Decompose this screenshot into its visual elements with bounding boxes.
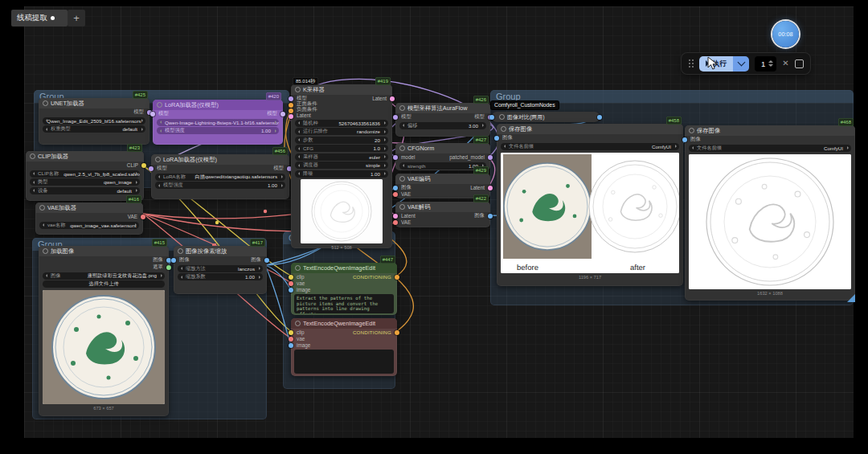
port-image-in[interactable]	[682, 137, 687, 142]
port-model-out[interactable]	[280, 112, 285, 117]
stop-button[interactable]	[795, 59, 804, 68]
collapse-icon[interactable]	[499, 114, 505, 120]
lineart-preview[interactable]	[689, 154, 851, 289]
combo-control-after-generate[interactable]: 运行后操作randomize	[295, 128, 388, 135]
node-vae-decode[interactable]: #422 VAE解码 Latent图像 VAE	[395, 202, 490, 227]
combo-clip-type[interactable]: 类型qwen_image	[30, 178, 140, 186]
collapse-icon[interactable]	[43, 248, 48, 254]
node-modelsampling-auraflow[interactable]: #426 模型采样算法AuraFlow 模型模型 偏移3.00	[395, 103, 490, 137]
node-vae-loader[interactable]: #416 VAE加载器 VAE vae名称qwen_image_vae.safe…	[35, 202, 143, 235]
node-header[interactable]: TextEncodeQwenImageEdit	[291, 318, 397, 329]
port-image-in[interactable]	[494, 136, 499, 141]
port-image-in[interactable]	[393, 186, 398, 190]
node-header[interactable]: 加载图像	[39, 246, 169, 256]
combo-image-file[interactable]: 图像康熙款绿彩云龙纹青花边盘.png	[43, 272, 165, 280]
node-header[interactable]: 模型采样算法AuraFlow	[395, 103, 490, 113]
combo-scheduler[interactable]: 调度器simple	[295, 162, 388, 169]
combo-device[interactable]: 设备default	[30, 187, 140, 194]
cancel-button[interactable]: ✕	[782, 59, 788, 67]
combo-lora-name[interactable]: LoRA名称白描qweneditxiangaotiqu.safetensors	[155, 174, 285, 181]
combo-sampler[interactable]: 采样器euler	[295, 153, 388, 161]
node-unet-loader[interactable]: #425 UNET加载器 模型 Qwen_Image_Edit_2509_bf1…	[39, 98, 149, 145]
port-patched-model-out[interactable]	[488, 155, 493, 160]
load-image-preview[interactable]	[43, 290, 165, 404]
port-vae-in[interactable]	[289, 281, 293, 286]
port-image-out[interactable]	[597, 115, 602, 120]
decrement-icon[interactable]	[768, 64, 773, 67]
combo-weight-dtype[interactable]: 权重类型default	[43, 125, 145, 133]
collapse-icon[interactable]	[399, 204, 405, 210]
ksampler-preview[interactable]	[301, 179, 383, 243]
text-filename-prefix[interactable]: 文件名前缀ComfyUI	[501, 143, 679, 150]
node-header[interactable]: UNET加载器	[39, 98, 149, 108]
collapse-icon[interactable]	[155, 157, 161, 162]
collapse-icon[interactable]	[295, 87, 301, 92]
number-model-strength[interactable]: 模型强度1.00	[157, 127, 279, 134]
collapse-icon[interactable]	[501, 126, 506, 132]
node-header[interactable]: LoRA加载器(仅模型)	[153, 100, 283, 110]
prompt-textarea[interactable]: Extract the patterns of the picture item…	[294, 294, 394, 313]
number-steps[interactable]: 步数20	[295, 137, 388, 144]
port-image-in[interactable]	[171, 258, 176, 263]
number-shift[interactable]: 偏移3.00	[399, 122, 486, 129]
port-vae-in[interactable]	[393, 192, 398, 197]
collapse-icon[interactable]	[157, 102, 162, 108]
port-latent-out[interactable]	[390, 96, 395, 101]
collapse-icon[interactable]	[30, 153, 35, 159]
port-clip-in[interactable]	[289, 275, 293, 280]
port-image-in[interactable]	[489, 115, 494, 120]
number-denoise[interactable]: 降噪1.00	[295, 170, 388, 178]
node-text-encode-positive[interactable]: #447 TextEncodeQwenImageEdit clipCONDITI…	[291, 263, 397, 315]
port-latent-in[interactable]	[289, 114, 293, 119]
collapse-icon[interactable]	[43, 100, 48, 106]
number-seed[interactable]: 随机种526704633561836	[295, 120, 388, 127]
port-latent-in[interactable]	[393, 214, 398, 219]
collapse-icon[interactable]	[295, 265, 301, 271]
drag-handle-icon[interactable]	[688, 59, 694, 68]
port-vae-in[interactable]	[289, 337, 293, 342]
node-header[interactable]: CLIP加载器	[26, 151, 144, 162]
port-latent-out[interactable]	[488, 186, 493, 190]
collapse-icon[interactable]	[39, 205, 45, 211]
port-model-in[interactable]	[393, 155, 398, 160]
port-image-in[interactable]	[289, 288, 293, 292]
node-lora-loader[interactable]: #456 LoRA加载器(仅模型) 模型模型 LoRA名称白描qweneditx…	[151, 154, 289, 199]
node-header[interactable]: CFGNorm	[395, 143, 490, 153]
node-header[interactable]: 保存图像	[685, 125, 855, 136]
prompt-textarea[interactable]	[294, 350, 394, 374]
execution-toolbar[interactable]: 执行 1 ✕	[682, 53, 810, 74]
port-model-in[interactable]	[289, 96, 293, 101]
node-header[interactable]: 图像按像素缩放	[174, 246, 267, 256]
port-clip-out[interactable]	[141, 163, 146, 168]
port-vae-out[interactable]	[141, 215, 145, 219]
number-scale-factor[interactable]: 缩放系数1.00	[178, 273, 263, 280]
node-header[interactable]: VAE编码	[395, 174, 490, 184]
port-image-in[interactable]	[289, 343, 293, 348]
port-model-in[interactable]	[150, 112, 155, 117]
combo-scale-method[interactable]: 缩放方法lanczos	[178, 265, 263, 272]
node-image-scale[interactable]: #417 图像按像素缩放 图像图像 缩放方法lanczos 缩放系数1.00	[174, 246, 267, 294]
port-model-in[interactable]	[149, 166, 154, 171]
upload-file-button[interactable]: 选择文件上传	[43, 280, 165, 288]
collapse-icon[interactable]	[689, 128, 694, 133]
port-clip-in[interactable]	[289, 330, 293, 335]
port-model-in[interactable]	[393, 115, 398, 120]
port-vae-in[interactable]	[393, 220, 398, 225]
text-filename-prefix[interactable]: 文件名前缀ComfyUI	[689, 145, 851, 152]
port-mask-out[interactable]	[166, 265, 171, 270]
collapse-icon[interactable]	[399, 105, 405, 111]
collapse-icon[interactable]	[295, 321, 301, 326]
port-image-out[interactable]	[264, 258, 269, 263]
node-text-encode-negative[interactable]: TextEncodeQwenImageEdit clipCONDITIONING…	[291, 318, 397, 376]
increment-icon[interactable]	[768, 60, 773, 63]
execution-timer-badge[interactable]: 00:08	[772, 21, 799, 47]
new-workflow-tab-button[interactable]: +	[68, 10, 85, 27]
node-image-compare-collapsed[interactable]: 图像对比(两用)	[492, 112, 600, 122]
node-save-image-lineart[interactable]: #468 保存图像 图像 文件名前缀ComfyUI 1632 × 1088	[685, 125, 855, 301]
node-lora-loader-bypassed[interactable]: #420 LoRA加载器(仅模型) 模型模型 Qwen-Image-Lightn…	[153, 100, 283, 145]
port-conditioning-out[interactable]	[395, 275, 399, 280]
combo-vae-name[interactable]: vae名称qwen_image_vae.safetensors	[39, 222, 139, 229]
resize-handle[interactable]	[847, 294, 855, 302]
node-ksampler[interactable]: 85.014秒 #419 K采样器 模型Latent 正面条件 负面条件 Lat…	[291, 84, 392, 248]
node-header[interactable]: VAE解码	[395, 202, 490, 212]
